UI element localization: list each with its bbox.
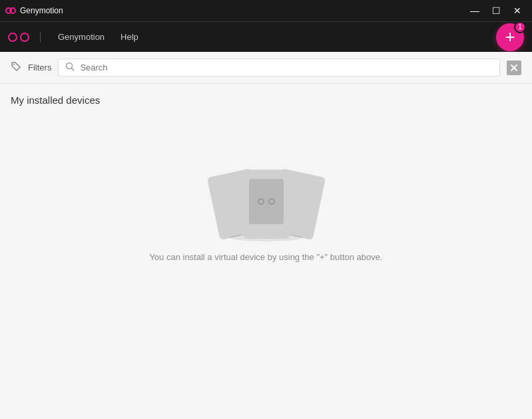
notification-badge: 1 bbox=[514, 21, 526, 33]
empty-state: You can install a virtual device by usin… bbox=[11, 119, 521, 302]
search-input[interactable] bbox=[80, 63, 493, 72]
logo-section bbox=[8, 33, 41, 42]
section-title: My installed devices bbox=[11, 94, 521, 106]
search-container bbox=[58, 59, 500, 76]
clear-search-button[interactable] bbox=[507, 61, 521, 75]
minimize-button[interactable]: — bbox=[465, 3, 484, 19]
filters-label: Filters bbox=[28, 63, 51, 72]
device-card-center bbox=[242, 170, 290, 239]
title-bar: Genymotion — ☐ ✕ bbox=[0, 0, 532, 21]
app-icon bbox=[5, 5, 16, 16]
device-screen bbox=[249, 179, 284, 224]
title-bar-left: Genymotion bbox=[5, 5, 63, 16]
maximize-button[interactable]: ☐ bbox=[487, 3, 505, 19]
svg-line-4 bbox=[72, 69, 75, 71]
add-button-wrapper: + 1 bbox=[496, 23, 524, 51]
title-bar-controls: — ☐ ✕ bbox=[465, 3, 527, 19]
logo-circles bbox=[8, 33, 29, 42]
menu-bar: Genymotion Help + 1 bbox=[0, 21, 532, 52]
search-icon bbox=[65, 62, 75, 73]
logo-circle-right bbox=[20, 33, 29, 42]
filters-bar: Filters bbox=[0, 52, 532, 84]
filter-icon bbox=[11, 61, 21, 74]
menu-items: Genymotion Help bbox=[41, 28, 496, 46]
title-bar-title: Genymotion bbox=[20, 6, 63, 15]
devices-illustration bbox=[220, 159, 313, 239]
svg-point-2 bbox=[13, 64, 15, 65]
close-button[interactable]: ✕ bbox=[508, 3, 527, 19]
logo-circle-left bbox=[8, 33, 17, 42]
device-dot-left bbox=[258, 198, 264, 205]
main-content: Filters My installed devices bbox=[0, 52, 532, 419]
menu-item-genymotion[interactable]: Genymotion bbox=[51, 28, 111, 46]
device-dot-right bbox=[268, 198, 275, 205]
empty-state-text: You can install a virtual device by usin… bbox=[149, 252, 382, 262]
content-section: My installed devices You can install a v… bbox=[0, 84, 532, 313]
menu-item-help[interactable]: Help bbox=[114, 28, 145, 46]
